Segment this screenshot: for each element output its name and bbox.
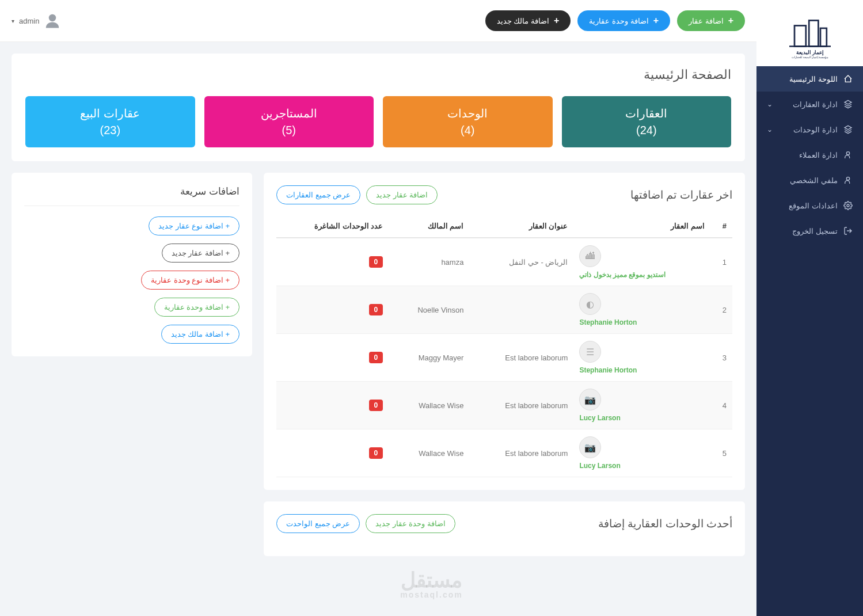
row-name: ◐Stephanie Horton [573, 286, 710, 334]
table-row: 1🏙استديو بموقع مميز بدخول ذاتيالرياض - ح… [276, 238, 732, 286]
row-address: الرياض - حي النفل [469, 238, 573, 286]
caret-down-icon: ▾ [12, 18, 14, 24]
nav-logout[interactable]: تسجيل الخروج [756, 218, 863, 244]
stat-tenants[interactable]: المستاجرين (5) [204, 96, 374, 147]
thumbnail-icon: 📷 [579, 389, 601, 410]
quick-add-property-type[interactable]: + اضافة نوع عقار جديد [149, 216, 239, 235]
table-row: 5📷Lucy LarsonEst labore laborumWallace W… [276, 429, 732, 477]
quick-add-property-label: اضافة عقار جديد [172, 249, 223, 257]
row-address: Est labore laborum [469, 382, 573, 429]
property-link[interactable]: Stephanie Horton [579, 318, 637, 326]
row-idx: 1 [710, 238, 732, 286]
nav-properties-label: ادارة العقارات [793, 100, 838, 109]
user-icon [843, 150, 853, 159]
nav-profile-label: ملفي الشخصي [790, 176, 838, 185]
vacant-badge: 0 [369, 447, 383, 459]
row-idx: 3 [710, 334, 732, 382]
row-address [469, 286, 573, 334]
stat-sale[interactable]: عقارات البيع (23) [25, 96, 195, 147]
col-name: اسم العقار [573, 215, 710, 238]
quick-add-owner-label: اضافة مالك جديد [171, 330, 223, 339]
row-owner: Wallace Wise [389, 382, 469, 429]
plus-icon: + [728, 16, 733, 26]
row-owner: Noelle Vinson [389, 286, 469, 334]
row-owner: Maggy Mayer [389, 334, 469, 382]
row-owner: Wallace Wise [389, 429, 469, 477]
view-all-properties-button[interactable]: عرض جميع العقارات [276, 185, 360, 204]
user-icon [843, 176, 853, 185]
nav-dashboard-label: اللوحة الرئيسية [789, 75, 838, 83]
row-address: Est labore laborum [469, 334, 573, 382]
content: الصفحة الرئيسية العقارات (24) الوحدات (4… [0, 42, 756, 579]
recent-properties-card: اخر عقارات تم اضافتها اضافة عقار جديد عر… [264, 173, 745, 490]
row-address: Est labore laborum [469, 429, 573, 477]
avatar-icon [44, 12, 61, 29]
add-new-unit-button[interactable]: اضافة وحدة عقار جديد [366, 514, 455, 533]
svg-point-8 [847, 204, 849, 207]
nav-list: اللوحة الرئيسية ادارة العقارات ⌄ ادارة ا… [756, 66, 863, 244]
add-unit-button[interactable]: + اضافة وحدة عقارية [577, 10, 670, 31]
nav-settings[interactable]: اعدادات الموقع [756, 193, 863, 218]
stat-row: العقارات (24) الوحدات (4) المستاجرين (5)… [25, 96, 731, 147]
sidebar: إعمار البديعة مؤسسة إعمار البديعة للعقار… [756, 0, 863, 616]
nav-settings-label: اعدادات الموقع [789, 201, 838, 210]
view-all-units-button[interactable]: عرض جميع الواحدت [276, 514, 360, 533]
nav-dashboard[interactable]: اللوحة الرئيسية [756, 66, 863, 92]
chevron-down-icon: ⌄ [767, 100, 773, 108]
plus-icon: + [225, 249, 230, 257]
stat-sale-label: عقارات البيع [31, 107, 189, 120]
nav-units[interactable]: ادارة الوحدات ⌄ [756, 117, 863, 142]
quick-add-unit-label: اضافة وحدة عقارية [164, 303, 223, 311]
logo: إعمار البديعة مؤسسة إعمار البديعة للعقار… [756, 0, 863, 66]
row-idx: 4 [710, 382, 732, 429]
row-name: 📷Lucy Larson [573, 382, 710, 429]
svg-text:إعمار البديعة: إعمار البديعة [796, 50, 824, 56]
stat-units[interactable]: الوحدات (4) [383, 96, 553, 147]
home-icon [843, 74, 853, 83]
recent-properties-table: # اسم العقار عنوان العقار اسم المالك عدد… [276, 215, 732, 477]
quick-add-unit-type-label: اضافة نوع وحدة عقارية [151, 276, 223, 284]
svg-point-6 [846, 152, 849, 155]
row-idx: 2 [710, 286, 732, 334]
stat-tenants-label: المستاجرين [210, 107, 368, 120]
nav-units-label: ادارة الوحدات [793, 126, 838, 134]
vacant-badge: 0 [369, 400, 383, 411]
nav-logout-label: تسجيل الخروج [792, 227, 838, 235]
chevron-down-icon: ⌄ [767, 126, 773, 134]
user-menu[interactable]: admin ▾ [12, 12, 61, 29]
add-unit-label: اضافة وحدة عقارية [589, 17, 648, 25]
nav-clients[interactable]: ادارة العملاء [756, 142, 863, 168]
user-name: admin [19, 17, 39, 25]
property-link[interactable]: Stephanie Horton [579, 366, 637, 374]
nav-profile[interactable]: ملفي الشخصي [756, 168, 863, 193]
add-property-button[interactable]: + اضافة عقار [677, 10, 745, 31]
plus-icon: + [225, 303, 230, 311]
property-link[interactable]: Lucy Larson [579, 462, 620, 470]
stat-properties-count: (24) [568, 124, 726, 137]
quick-add-card: اضافات سريعة + اضافة نوع عقار جديد + اضا… [12, 173, 252, 356]
quick-add-property-type-label: اضافة نوع عقار جديد [158, 222, 223, 230]
row-name: 📷Lucy Larson [573, 429, 710, 477]
nav-clients-label: ادارة العملاء [799, 151, 838, 159]
recent-units-title: أحدث الوحدات العقارية إضافة [598, 517, 732, 530]
svg-text:مؤسسة إعمار البديعة للعقارات: مؤسسة إعمار البديعة للعقارات [791, 56, 828, 59]
property-link[interactable]: Lucy Larson [579, 414, 620, 422]
stat-properties[interactable]: العقارات (24) [562, 96, 732, 147]
col-owner: اسم المالك [389, 215, 469, 238]
thumbnail-icon: ◐ [579, 293, 601, 315]
quick-add-unit-type[interactable]: + اضافة نوع وحدة عقارية [141, 271, 239, 290]
plus-icon: + [653, 16, 659, 26]
add-owner-button[interactable]: + اضافة مالك جديد [485, 10, 571, 31]
nav-properties[interactable]: ادارة العقارات ⌄ [756, 92, 863, 117]
plus-icon: + [225, 276, 230, 284]
plus-icon: + [554, 16, 559, 26]
add-owner-label: اضافة مالك جديد [497, 17, 549, 25]
quick-add-owner[interactable]: + اضافة مالك جديد [161, 325, 239, 344]
quick-add-property[interactable]: + اضافة عقار جديد [162, 244, 239, 263]
quick-add-unit[interactable]: + اضافة وحدة عقارية [154, 298, 239, 317]
property-link[interactable]: استديو بموقع مميز بدخول ذاتي [579, 271, 665, 279]
topbar: + اضافة عقار + اضافة وحدة عقارية + اضافة… [0, 0, 756, 42]
add-new-property-button[interactable]: اضافة عقار جديد [366, 185, 438, 204]
table-row: 3☰Stephanie HortonEst labore laborumMagg… [276, 334, 732, 382]
vacant-badge: 0 [369, 256, 383, 268]
